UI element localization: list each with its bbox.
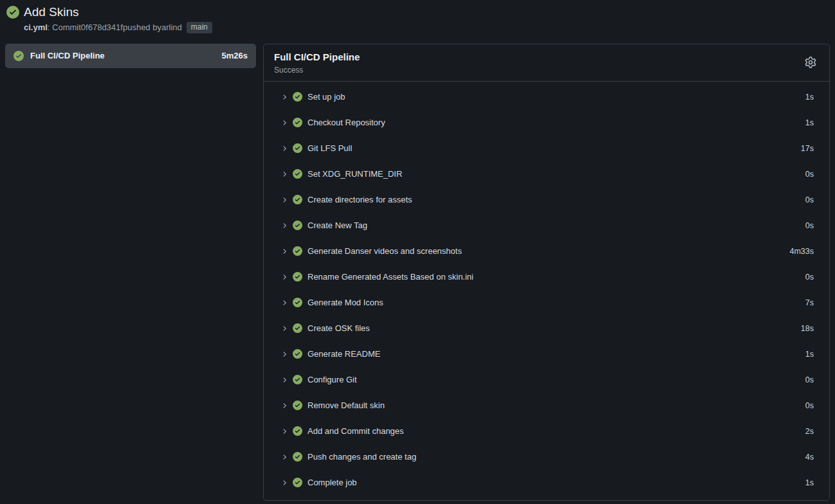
job-name: Full CI/CD Pipeline bbox=[30, 51, 216, 60]
step-name: Create OSK files bbox=[307, 323, 370, 333]
gear-icon[interactable] bbox=[803, 55, 818, 70]
job-duration: 5m26s bbox=[222, 51, 248, 60]
check-circle-icon bbox=[293, 143, 302, 153]
commit-label: : Commit bbox=[48, 22, 81, 32]
chevron-right-icon[interactable] bbox=[280, 196, 288, 204]
step-name: Checkout Repository bbox=[307, 118, 385, 127]
step-row[interactable]: Remove Default skin 0s bbox=[264, 393, 829, 419]
check-circle-icon bbox=[293, 272, 302, 282]
step-duration: 1s bbox=[805, 350, 814, 359]
check-circle-icon bbox=[293, 221, 302, 230]
chevron-right-icon[interactable] bbox=[280, 248, 288, 255]
steps-list: Set up job 1s Checkout Repository 1s bbox=[264, 82, 829, 500]
author-link[interactable]: arlind bbox=[161, 22, 182, 32]
step-duration: 1s bbox=[805, 478, 814, 487]
step-name: Push changes and create tag bbox=[307, 452, 416, 462]
workflow-file: ci.yml bbox=[24, 22, 48, 32]
chevron-right-icon[interactable] bbox=[280, 119, 288, 127]
step-duration: 0s bbox=[805, 221, 814, 230]
check-circle-icon bbox=[293, 323, 302, 333]
step-duration: 1s bbox=[805, 118, 814, 127]
step-row[interactable]: Checkout Repository 1s bbox=[264, 110, 829, 136]
step-row[interactable]: Generate README 1s bbox=[264, 341, 829, 367]
step-row[interactable]: Create OSK files 18s bbox=[264, 316, 829, 341]
run-content: Full CI/CD Pipeline 5m26s Full CI/CD Pip… bbox=[0, 33, 835, 501]
step-duration: 1s bbox=[805, 93, 814, 102]
check-circle-icon bbox=[293, 375, 302, 384]
step-duration: 0s bbox=[805, 170, 814, 179]
step-row[interactable]: Rename Generated Assets Based on skin.in… bbox=[264, 264, 829, 290]
chevron-right-icon[interactable] bbox=[280, 376, 288, 384]
step-name: Configure Git bbox=[307, 375, 357, 384]
chevron-right-icon[interactable] bbox=[280, 222, 288, 230]
check-circle-icon bbox=[293, 118, 302, 127]
chevron-right-icon[interactable] bbox=[280, 170, 288, 178]
job-panel: Full CI/CD Pipeline Success bbox=[263, 44, 830, 501]
step-row[interactable]: Set XDG_RUNTIME_DIR 0s bbox=[264, 161, 829, 187]
step-duration: 4s bbox=[805, 453, 814, 462]
step-name: Create directories for assets bbox=[307, 195, 412, 204]
step-row[interactable]: Git LFS Pull 17s bbox=[264, 136, 829, 161]
check-circle-icon bbox=[6, 6, 19, 19]
chevron-right-icon[interactable] bbox=[280, 350, 288, 358]
step-duration: 0s bbox=[805, 375, 814, 384]
step-row[interactable]: Add and Commit changes 2s bbox=[264, 419, 829, 444]
check-circle-icon bbox=[293, 169, 302, 179]
check-circle-icon bbox=[293, 246, 302, 256]
chevron-right-icon[interactable] bbox=[280, 428, 288, 435]
step-name: Generate Mod Icons bbox=[307, 298, 383, 307]
page-title: Add Skins bbox=[24, 4, 212, 20]
step-duration: 2s bbox=[805, 427, 814, 436]
check-circle-icon bbox=[293, 401, 302, 410]
step-name: Generate Danser videos and screenshots bbox=[307, 246, 462, 256]
step-row[interactable]: Push changes and create tag 4s bbox=[264, 444, 829, 470]
chevron-right-icon[interactable] bbox=[280, 93, 288, 101]
check-circle-icon bbox=[14, 51, 24, 61]
run-header: Add Skins ci.yml: Commit 0f678d341f push… bbox=[0, 0, 835, 33]
check-circle-icon bbox=[293, 92, 302, 102]
step-row[interactable]: Generate Mod Icons 7s bbox=[264, 290, 829, 316]
step-name: Create New Tag bbox=[307, 221, 367, 230]
check-circle-icon bbox=[293, 452, 302, 462]
job-panel-header: Full CI/CD Pipeline Success bbox=[264, 44, 829, 82]
check-circle-icon bbox=[293, 298, 302, 307]
step-name: Complete job bbox=[307, 478, 357, 487]
pushed-by-label: pushed by bbox=[123, 22, 161, 32]
check-circle-icon bbox=[293, 478, 302, 487]
step-name: Generate README bbox=[307, 349, 380, 359]
step-name: Rename Generated Assets Based on skin.in… bbox=[307, 272, 473, 282]
chevron-right-icon[interactable] bbox=[280, 479, 288, 487]
branch-badge[interactable]: main bbox=[187, 22, 212, 33]
step-row[interactable]: Complete job 1s bbox=[264, 470, 829, 496]
chevron-right-icon[interactable] bbox=[280, 299, 288, 307]
step-row[interactable]: Generate Danser videos and screenshots 4… bbox=[264, 239, 829, 264]
step-row[interactable]: Set up job 1s bbox=[264, 84, 829, 110]
chevron-right-icon[interactable] bbox=[280, 402, 288, 410]
chevron-right-icon[interactable] bbox=[280, 145, 288, 152]
step-duration: 0s bbox=[805, 273, 814, 282]
step-duration: 17s bbox=[801, 144, 814, 153]
run-subtitle: ci.yml: Commit 0f678d341f pushed by arli… bbox=[24, 22, 212, 33]
job-status-text: Success bbox=[274, 66, 360, 75]
check-circle-icon bbox=[293, 426, 302, 436]
step-duration: 4m33s bbox=[789, 247, 814, 256]
check-circle-icon bbox=[293, 195, 302, 204]
check-circle-icon bbox=[293, 349, 302, 359]
step-row[interactable]: Create New Tag 0s bbox=[264, 213, 829, 239]
chevron-right-icon[interactable] bbox=[280, 453, 288, 461]
chevron-right-icon[interactable] bbox=[280, 325, 288, 332]
step-name: Git LFS Pull bbox=[307, 143, 352, 153]
commit-hash[interactable]: 0f678d341f bbox=[81, 22, 123, 32]
step-duration: 7s bbox=[805, 298, 814, 307]
step-duration: 18s bbox=[801, 324, 814, 333]
chevron-right-icon[interactable] bbox=[280, 273, 288, 281]
sidebar-job-item[interactable]: Full CI/CD Pipeline 5m26s bbox=[5, 44, 256, 68]
step-name: Remove Default skin bbox=[307, 401, 385, 410]
step-duration: 0s bbox=[805, 195, 814, 204]
jobs-sidebar: Full CI/CD Pipeline 5m26s bbox=[5, 44, 256, 68]
step-row[interactable]: Configure Git 0s bbox=[264, 367, 829, 393]
job-title: Full CI/CD Pipeline bbox=[274, 51, 360, 64]
step-duration: 0s bbox=[805, 401, 814, 410]
step-name: Add and Commit changes bbox=[307, 426, 404, 436]
step-row[interactable]: Create directories for assets 0s bbox=[264, 187, 829, 213]
